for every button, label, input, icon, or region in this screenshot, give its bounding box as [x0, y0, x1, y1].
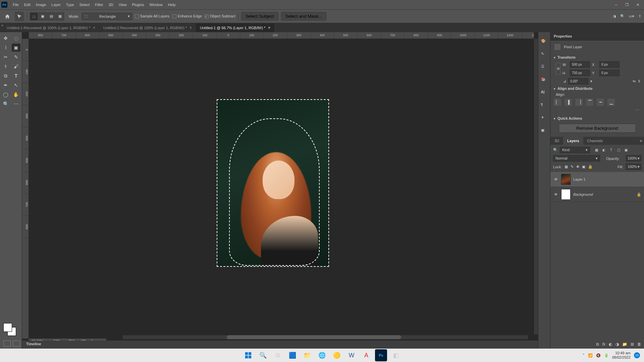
swatches-panel-icon[interactable]: ✎	[541, 52, 548, 58]
transform-section-header[interactable]: Transform	[554, 53, 641, 61]
layer-thumbnail[interactable]	[561, 174, 571, 185]
smart-filter-icon[interactable]: ▣	[624, 148, 628, 153]
layer-thumbnail[interactable]	[561, 189, 571, 200]
crop-tool[interactable]: ✂	[1, 53, 10, 61]
flip-vertical-icon[interactable]: ⥮	[638, 79, 641, 83]
cloud-docs-icon[interactable]: ◑	[613, 14, 616, 18]
width-input[interactable]: 500 px	[570, 61, 590, 68]
close-button[interactable]: ✕	[633, 1, 643, 8]
layer-row[interactable]: 👁 Background 🔒	[550, 187, 644, 202]
align-center-v-button[interactable]: ━	[597, 99, 604, 106]
document-tab[interactable]: Untitled-1-Recovered @ 100% (Layer 1, RG…	[3, 23, 99, 32]
menu-3d[interactable]: 3D	[106, 0, 116, 9]
type-filter-icon[interactable]: T	[609, 148, 613, 153]
rotation-preset-icon[interactable]: ▾	[590, 79, 592, 83]
search-icon[interactable]: 🔍	[620, 14, 625, 18]
other-app-button[interactable]: ◧	[390, 349, 402, 361]
menu-help[interactable]: Help	[165, 0, 178, 9]
move-tool[interactable]: ✥	[1, 34, 10, 42]
wifi-icon[interactable]: 📶	[588, 353, 593, 358]
canvas[interactable]: 800 700 600 500 400 300 200 100 0 100 20…	[22, 32, 538, 349]
object-subtract-checkbox[interactable]: Object Subtract	[205, 14, 235, 18]
select-and-mask-button[interactable]: Select and Mask...	[281, 12, 327, 20]
properties-tab[interactable]: Properties	[550, 32, 644, 41]
visibility-toggle[interactable]: 👁	[553, 177, 558, 181]
shape-tool[interactable]: ◯	[1, 90, 10, 99]
character-panel-icon[interactable]: A|	[541, 90, 548, 97]
menu-edit[interactable]: Edit	[21, 0, 33, 9]
notification-badge[interactable]: 23	[634, 352, 640, 358]
align-right-button[interactable]: ▕	[575, 99, 583, 106]
share-icon[interactable]: ⇪	[638, 14, 641, 18]
more-align-icon[interactable]: ⋯	[554, 106, 641, 114]
edge-button[interactable]: 🌐	[316, 349, 328, 361]
workspace-switcher[interactable]: ▭▾	[629, 14, 634, 18]
remove-background-button[interactable]: Remove Background	[559, 124, 636, 133]
home-button[interactable]	[3, 12, 12, 21]
3d-tab[interactable]: 3D	[550, 137, 563, 145]
quick-mask-mode[interactable]	[13, 341, 20, 347]
lock-position-icon[interactable]: ✥	[576, 165, 579, 169]
tab-close-icon[interactable]: ×	[190, 25, 192, 30]
eyedropper-tool[interactable]: ✎	[12, 53, 21, 61]
color-swatch[interactable]	[3, 323, 17, 337]
chrome-button[interactable]: 🟡	[331, 349, 343, 361]
clone-tool[interactable]: ⧉	[1, 72, 10, 80]
layer-mask-icon[interactable]: ◐	[609, 342, 612, 347]
link-dimensions-icon[interactable]: ⧉	[556, 63, 560, 75]
layer-fx-icon[interactable]: fx	[602, 342, 605, 347]
file-explorer-button[interactable]: 📁	[301, 349, 313, 361]
menu-filter[interactable]: Filter	[92, 0, 106, 9]
menu-type[interactable]: Type	[63, 0, 77, 9]
word-button[interactable]: W	[345, 349, 358, 361]
healing-tool[interactable]: ⚕	[1, 62, 10, 70]
align-bottom-button[interactable]: ▁	[607, 99, 615, 106]
minimize-button[interactable]: ─	[611, 1, 621, 8]
align-left-button[interactable]: ▏	[554, 99, 561, 106]
mode-select[interactable]: ⬚ Rectangle ▾	[82, 13, 132, 20]
document-tab[interactable]: Untitled-2-Recovered @ 100% (Layer 1, RG…	[99, 23, 196, 32]
lock-transparency-icon[interactable]: ▦	[565, 165, 568, 169]
shape-filter-icon[interactable]: ▢	[616, 148, 621, 153]
brush-tool[interactable]: 🖌	[12, 62, 21, 70]
flip-horizontal-icon[interactable]: ⇋	[633, 79, 636, 83]
height-input[interactable]: 750 px	[570, 70, 590, 76]
photoshop-button[interactable]: Ps	[375, 349, 387, 361]
fill-input[interactable]: 100%▾	[626, 164, 641, 170]
lock-artboard-icon[interactable]: ▣	[582, 165, 585, 169]
blend-mode-select[interactable]: Normal▾	[553, 155, 600, 162]
menu-window[interactable]: Window	[147, 0, 165, 9]
type-tool[interactable]: T	[12, 72, 21, 80]
panel-expand-icon[interactable]: «	[1, 23, 3, 27]
menu-layer[interactable]: Layer	[49, 0, 63, 9]
paragraph-panel-icon[interactable]: ¶	[541, 103, 548, 109]
intersect-selection-button[interactable]: ▦	[56, 12, 64, 20]
object-selection-tool[interactable]: ▣	[12, 44, 21, 52]
info-panel-icon[interactable]: ▣	[541, 128, 548, 135]
pixel-filter-icon[interactable]: ▦	[594, 148, 599, 153]
maximize-button[interactable]: ❐	[622, 1, 632, 8]
x-input[interactable]: 0 px	[599, 61, 620, 68]
color-panel-icon[interactable]: 🎨	[541, 39, 548, 46]
tab-close-icon[interactable]: ×	[268, 25, 270, 30]
task-view-button[interactable]: ⧉	[272, 349, 284, 361]
marquee-tool[interactable]: ◌	[12, 34, 21, 42]
search-button[interactable]: 🔍	[257, 349, 269, 361]
acrobat-button[interactable]: A	[360, 349, 372, 361]
quick-actions-header[interactable]: Quick Actions	[554, 114, 641, 122]
kind-filter-select[interactable]: Kind▾	[560, 147, 590, 153]
volume-icon[interactable]: 🔇	[596, 353, 601, 358]
edit-toolbar[interactable]: ⋯	[12, 100, 21, 108]
zoom-tool[interactable]: 🔍	[1, 100, 10, 108]
group-layers-icon[interactable]: 📁	[622, 342, 627, 347]
lasso-tool[interactable]: ⌇	[1, 44, 10, 52]
timeline-panel-tab[interactable]: Timeline	[22, 341, 538, 349]
align-center-h-button[interactable]: ▐	[565, 99, 572, 106]
widgets-button[interactable]: 🟦	[286, 349, 299, 361]
menu-plugins[interactable]: Plugins	[129, 0, 147, 9]
battery-icon[interactable]: 🔋	[604, 353, 609, 358]
rotation-input[interactable]: 0.00°	[568, 78, 588, 84]
scrollbar-thumb[interactable]	[227, 335, 401, 339]
adjustment-layer-icon[interactable]: ◑	[615, 342, 619, 347]
menu-image[interactable]: Image	[33, 0, 49, 9]
